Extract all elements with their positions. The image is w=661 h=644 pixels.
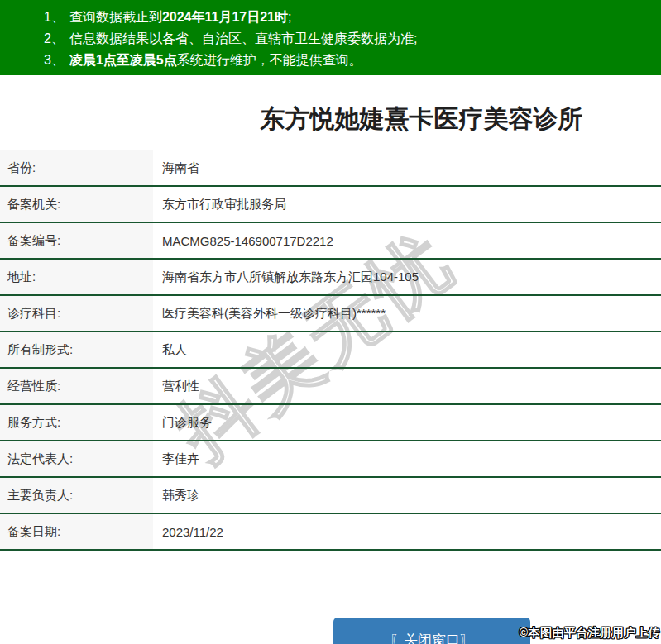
- close-window-button[interactable]: 〖关闭窗口〗: [333, 618, 530, 644]
- row-value: 私人: [153, 332, 661, 367]
- table-row-province: 省份: 海南省: [0, 150, 661, 187]
- table-row-service-mode: 服务方式: 门诊服务: [0, 405, 661, 441]
- notice-text: ;: [288, 10, 291, 24]
- table-row-ownership-form: 所有制形式: 私人: [0, 332, 661, 369]
- table-row-address: 地址: 海南省东方市八所镇解放东路东方汇园104-105: [0, 260, 661, 296]
- upload-stamp: ©本图由平台注册用户上传: [520, 626, 660, 641]
- row-value: 海南省东方市八所镇解放东路东方汇园104-105: [153, 260, 661, 294]
- row-label: 服务方式:: [0, 405, 153, 440]
- notice-line-3: 3、凌晨1点至凌晨5点系统进行维护，不能提供查询。: [44, 50, 653, 71]
- row-label: 省份:: [0, 150, 153, 185]
- row-value: 门诊服务: [153, 405, 661, 440]
- row-label: 备案编号:: [0, 223, 153, 258]
- row-label: 备案机关:: [0, 187, 153, 222]
- row-value: 医疗美容科(美容外科一级诊疗科目)******: [153, 296, 661, 331]
- row-label: 主要负责人:: [0, 478, 153, 513]
- row-label: 法定代表人:: [0, 441, 153, 476]
- record-table: 省份: 海南省 备案机关: 东方市行政审批服务局 备案编号: MACMG825-…: [0, 150, 661, 551]
- table-row-filing-number: 备案编号: MACMG825-146900717D2212: [0, 223, 661, 260]
- page-title: 东方悦她婕熹卡医疗美容诊所: [182, 103, 661, 135]
- table-row-operating-nature: 经营性质: 营利性: [0, 369, 661, 405]
- notice-text: 系统进行维护，不能提供查询。: [177, 53, 362, 67]
- page: 1、查询数据截止到2024年11月17日21时; 2、信息数据结果以各省、自治区…: [0, 0, 661, 644]
- row-value: 营利性: [153, 369, 661, 403]
- row-value: 2023/11/22: [153, 514, 661, 549]
- row-label: 备案日期:: [0, 514, 153, 549]
- row-label: 诊疗科目:: [0, 296, 153, 331]
- row-label: 经营性质:: [0, 369, 153, 403]
- table-row-treatment-subjects: 诊疗科目: 医疗美容科(美容外科一级诊疗科目)******: [0, 296, 661, 332]
- row-label: 地址:: [0, 260, 153, 294]
- notice-banner: 1、查询数据截止到2024年11月17日21时; 2、信息数据结果以各省、自治区…: [0, 0, 661, 75]
- notice-number: 1、: [44, 10, 65, 24]
- row-value: 李佳卉: [153, 441, 661, 476]
- notice-number: 3、: [44, 53, 65, 67]
- row-value: 海南省: [153, 150, 661, 185]
- notice-bold-text: 凌晨1点至凌晨5点: [69, 53, 177, 67]
- row-value: 东方市行政审批服务局: [153, 187, 661, 222]
- notice-line-2: 2、信息数据结果以各省、自治区、直辖市卫生健康委数据为准;: [44, 28, 653, 50]
- notice-number: 2、: [44, 31, 65, 45]
- row-label: 所有制形式:: [0, 332, 153, 367]
- notice-text: 信息数据结果以各省、自治区、直辖市卫生健康委数据为准;: [69, 31, 417, 45]
- table-row-principal-in-charge: 主要负责人: 韩秀珍: [0, 478, 661, 514]
- table-row-filing-date: 备案日期: 2023/11/22: [0, 514, 661, 551]
- notice-line-1: 1、查询数据截止到2024年11月17日21时;: [44, 7, 653, 28]
- notice-bold-text: 2024年11月17日21时: [162, 10, 288, 24]
- table-row-filing-authority: 备案机关: 东方市行政审批服务局: [0, 187, 661, 223]
- row-value: 韩秀珍: [153, 478, 661, 513]
- notice-text: 查询数据截止到: [69, 10, 162, 24]
- table-row-legal-representative: 法定代表人: 李佳卉: [0, 441, 661, 478]
- row-value: MACMG825-146900717D2212: [153, 223, 661, 258]
